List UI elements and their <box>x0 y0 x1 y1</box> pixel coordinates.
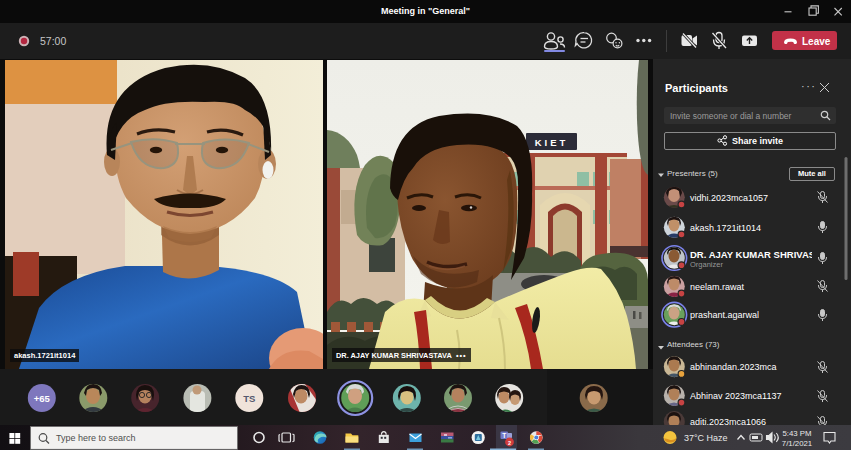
svg-text:Type here to search: Type here to search <box>56 433 136 443</box>
svg-text:57:00: 57:00 <box>40 35 66 47</box>
svg-text:Leave: Leave <box>802 36 831 47</box>
svg-text:T: T <box>502 432 506 439</box>
svg-text:2: 2 <box>508 440 511 446</box>
svg-text:7/1/2021: 7/1/2021 <box>782 439 812 448</box>
svg-text:TS: TS <box>243 393 255 404</box>
svg-text:KIET: KIET <box>535 137 569 148</box>
svg-text:5:43 PM: 5:43 PM <box>782 429 811 438</box>
svg-text:37°C Haze: 37°C Haze <box>684 433 728 443</box>
svg-text:+65: +65 <box>34 393 51 404</box>
